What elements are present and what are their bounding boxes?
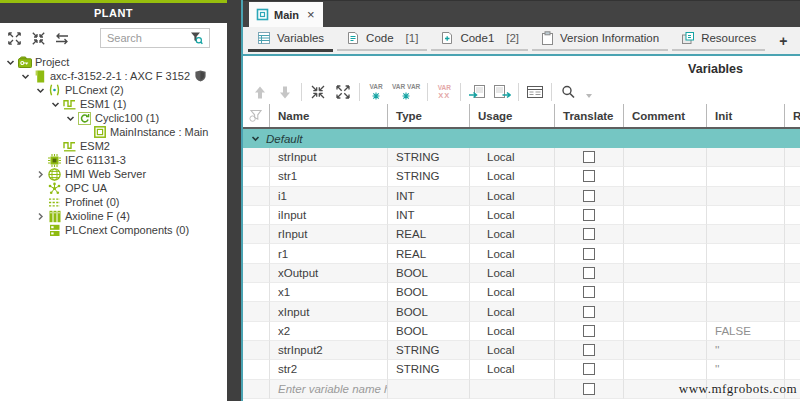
variable-init-cell[interactable] [707,302,785,321]
variable-retain-cell[interactable] [785,360,800,379]
panel-splitter[interactable] [227,0,241,401]
row-selector-cell[interactable] [243,225,270,244]
variable-retain-cell[interactable] [785,148,800,167]
tree-chevron[interactable] [19,71,32,81]
variable-name-cell[interactable]: xInput [270,302,388,321]
tree-item-axioline-f-4[interactable]: Axioline F (4) [0,209,227,223]
tree-item-iec-61131-3[interactable]: IEC 61131-3 [0,153,227,167]
variable-name-cell[interactable]: str2 [270,360,388,379]
variable-group-row-default[interactable]: Default [243,129,800,148]
row-selector-cell[interactable] [243,341,270,360]
variable-retain-cell[interactable] [785,322,800,341]
variable-type-cell[interactable] [388,380,470,399]
variable-type-cell[interactable]: REAL [388,225,470,244]
tab-code[interactable]: Code [1] [337,27,427,51]
variable-init-cell[interactable] [707,148,785,167]
variable-usage-cell[interactable] [470,380,555,399]
tree-item-plcnext-2[interactable]: PLCnext (2) [0,83,227,97]
tree-item-hmi-web-server[interactable]: HMI Web Server [0,167,227,181]
tree-item-cyclic100-1[interactable]: Cyclic100 (1) [0,111,227,125]
expand-groups-button[interactable] [334,82,352,102]
collapse-groups-button[interactable] [309,82,327,102]
variable-type-cell[interactable]: REAL [388,244,470,263]
variable-type-cell[interactable]: STRING [388,360,470,379]
tree-chevron[interactable] [4,57,17,67]
translate-checkbox[interactable] [583,286,595,298]
variable-row-x2[interactable]: x2 BOOL Local FALSE [243,322,800,341]
filter-column-header[interactable] [243,104,270,127]
variable-comment-cell[interactable] [624,206,707,225]
variable-name-cell[interactable]: rInput [270,225,388,244]
variable-init-cell[interactable]: '' [707,360,785,379]
variable-row-str1[interactable]: str1 STRING Local [243,167,800,186]
variable-init-cell[interactable] [707,225,785,244]
variable-name-cell[interactable]: strInput [270,148,388,167]
variable-type-cell[interactable]: BOOL [388,264,470,283]
variable-usage-cell[interactable]: Local [470,206,555,225]
add-tab-button[interactable]: + [769,27,797,54]
close-icon[interactable]: × [307,9,315,20]
row-selector-cell[interactable] [243,360,270,379]
variable-init-cell[interactable]: FALSE [707,322,785,341]
variable-init-cell[interactable] [707,264,785,283]
variable-comment-cell[interactable] [624,244,707,263]
variable-name-cell[interactable]: iInput [270,206,388,225]
variable-name-cell[interactable]: i1 [270,187,388,206]
translate-checkbox[interactable] [583,325,595,337]
variable-name-cell[interactable]: r1 [270,244,388,263]
variable-usage-cell[interactable]: Local [470,264,555,283]
move-down-button[interactable] [276,82,294,102]
variable-comment-cell[interactable] [624,302,707,321]
tree-item-esm1-1[interactable]: ESM1 (1) [0,97,227,111]
translate-checkbox[interactable] [583,363,595,375]
variable-retain-cell[interactable] [785,206,800,225]
tab-main[interactable]: Main × [249,2,323,27]
variable-usage-cell[interactable]: Local [470,341,555,360]
search-filter-icon[interactable] [189,31,203,45]
variable-usage-cell[interactable]: Local [470,283,555,302]
translate-checkbox[interactable] [583,190,595,202]
tree-chevron[interactable] [34,169,47,179]
column-header-retain[interactable]: R [785,104,800,127]
tree-item-esm2[interactable]: ESM2 [0,139,227,153]
variable-retain-cell[interactable] [785,264,800,283]
variable-comment-cell[interactable] [624,225,707,244]
translate-checkbox[interactable] [583,228,595,240]
toolbar-overflow-caret[interactable] [586,94,592,98]
column-header-init[interactable]: Init [707,104,785,127]
translate-checkbox[interactable] [583,383,595,395]
tree-chevron[interactable] [49,99,62,109]
variable-name-cell[interactable]: strInput2 [270,341,388,360]
variable-init-cell[interactable] [707,283,785,302]
expand-all-button[interactable] [6,30,22,46]
variable-row-x1[interactable]: x1 BOOL Local [243,283,800,302]
variable-usage-cell[interactable]: Local [470,167,555,186]
row-selector-cell[interactable] [243,380,270,399]
row-selector-cell[interactable] [243,264,270,283]
variable-retain-cell[interactable] [785,283,800,302]
translate-checkbox[interactable] [583,170,595,182]
variable-name-cell[interactable]: x1 [270,283,388,302]
variable-comment-cell[interactable] [624,322,707,341]
variable-type-cell[interactable]: STRING [388,167,470,186]
row-selector-cell[interactable] [243,167,270,186]
tree-item-plcnext-components-0[interactable]: PLCnext Components (0) [0,223,227,237]
variable-row-xoutput[interactable]: xOutput BOOL Local [243,264,800,283]
variable-comment-cell[interactable] [624,341,707,360]
variable-type-cell[interactable]: BOOL [388,322,470,341]
export-csv-button[interactable] [493,82,511,102]
column-header-comment[interactable]: Comment [624,104,707,127]
tab-version-information[interactable]: Version Information [532,27,668,51]
variable-retain-cell[interactable] [785,225,800,244]
variable-retain-cell[interactable] [785,187,800,206]
variable-type-cell[interactable]: STRING [388,148,470,167]
variable-retain-cell[interactable] [785,302,800,321]
delete-variable-button[interactable]: VARXX [435,82,453,102]
variable-usage-cell[interactable]: Local [470,360,555,379]
variable-usage-cell[interactable]: Local [470,225,555,244]
tree-item-profinet-0[interactable]: Profinet (0) [0,195,227,209]
variable-row-strinput2[interactable]: strInput2 STRING Local '' [243,341,800,360]
row-selector-cell[interactable] [243,206,270,225]
variable-name-cell[interactable]: str1 [270,167,388,186]
variable-retain-cell[interactable] [785,341,800,360]
